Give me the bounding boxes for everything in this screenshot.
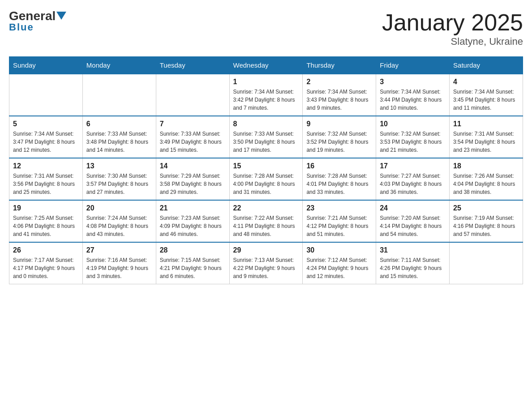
table-row: 3Sunrise: 7:34 AM Sunset: 3:44 PM Daylig… (376, 74, 450, 116)
calendar-week-row: 12Sunrise: 7:31 AM Sunset: 3:56 PM Dayli… (9, 158, 523, 200)
day-info: Sunrise: 7:32 AM Sunset: 3:52 PM Dayligh… (306, 130, 372, 154)
day-info: Sunrise: 7:17 AM Sunset: 4:17 PM Dayligh… (13, 256, 79, 280)
day-info: Sunrise: 7:19 AM Sunset: 4:16 PM Dayligh… (453, 214, 519, 238)
table-row: 28Sunrise: 7:15 AM Sunset: 4:21 PM Dayli… (156, 242, 229, 284)
day-info: Sunrise: 7:31 AM Sunset: 3:56 PM Dayligh… (13, 172, 79, 196)
table-row: 17Sunrise: 7:27 AM Sunset: 4:03 PM Dayli… (376, 158, 450, 200)
header-tuesday: Tuesday (156, 57, 229, 74)
table-row (9, 74, 83, 116)
day-info: Sunrise: 7:34 AM Sunset: 3:42 PM Dayligh… (233, 88, 299, 112)
header-monday: Monday (82, 57, 156, 74)
day-number: 3 (380, 78, 446, 86)
header-thursday: Thursday (303, 57, 376, 74)
day-info: Sunrise: 7:30 AM Sunset: 3:57 PM Dayligh… (86, 172, 152, 196)
location-label: Slatyne, Ukraine (382, 36, 523, 47)
day-number: 8 (233, 120, 299, 128)
month-title: January 2025 (382, 9, 523, 36)
day-number: 6 (86, 120, 152, 128)
table-row: 29Sunrise: 7:13 AM Sunset: 4:22 PM Dayli… (229, 242, 303, 284)
day-info: Sunrise: 7:24 AM Sunset: 4:08 PM Dayligh… (86, 214, 152, 238)
day-number: 18 (453, 162, 519, 170)
calendar-week-row: 26Sunrise: 7:17 AM Sunset: 4:17 PM Dayli… (9, 242, 523, 284)
day-number: 20 (86, 204, 152, 212)
table-row: 14Sunrise: 7:29 AM Sunset: 3:58 PM Dayli… (156, 158, 229, 200)
table-row: 20Sunrise: 7:24 AM Sunset: 4:08 PM Dayli… (82, 200, 156, 242)
day-info: Sunrise: 7:26 AM Sunset: 4:04 PM Dayligh… (453, 172, 519, 196)
day-info: Sunrise: 7:33 AM Sunset: 3:48 PM Dayligh… (86, 130, 152, 154)
table-row: 22Sunrise: 7:22 AM Sunset: 4:11 PM Dayli… (229, 200, 303, 242)
svg-marker-0 (56, 12, 66, 20)
table-row: 5Sunrise: 7:34 AM Sunset: 3:47 PM Daylig… (9, 116, 83, 158)
table-row (450, 242, 523, 284)
table-row: 31Sunrise: 7:11 AM Sunset: 4:26 PM Dayli… (376, 242, 450, 284)
day-info: Sunrise: 7:33 AM Sunset: 3:50 PM Dayligh… (233, 130, 299, 154)
day-info: Sunrise: 7:16 AM Sunset: 4:19 PM Dayligh… (86, 256, 152, 280)
day-number: 26 (13, 246, 79, 254)
day-number: 5 (13, 120, 79, 128)
table-row: 19Sunrise: 7:25 AM Sunset: 4:06 PM Dayli… (9, 200, 83, 242)
day-number: 15 (233, 162, 299, 170)
day-info: Sunrise: 7:20 AM Sunset: 4:14 PM Dayligh… (380, 214, 446, 238)
table-row: 7Sunrise: 7:33 AM Sunset: 3:49 PM Daylig… (156, 116, 229, 158)
table-row: 30Sunrise: 7:12 AM Sunset: 4:24 PM Dayli… (303, 242, 376, 284)
table-row: 10Sunrise: 7:32 AM Sunset: 3:53 PM Dayli… (376, 116, 450, 158)
day-number: 17 (380, 162, 446, 170)
calendar-header-row: Sunday Monday Tuesday Wednesday Thursday… (9, 57, 523, 74)
table-row: 16Sunrise: 7:28 AM Sunset: 4:01 PM Dayli… (303, 158, 376, 200)
day-number: 19 (13, 204, 79, 212)
calendar-week-row: 19Sunrise: 7:25 AM Sunset: 4:06 PM Dayli… (9, 200, 523, 242)
day-number: 9 (306, 120, 372, 128)
day-number: 14 (160, 162, 226, 170)
day-info: Sunrise: 7:28 AM Sunset: 4:00 PM Dayligh… (233, 172, 299, 196)
day-number: 28 (160, 246, 226, 254)
day-number: 1 (233, 78, 299, 86)
header-saturday: Saturday (450, 57, 523, 74)
table-row: 8Sunrise: 7:33 AM Sunset: 3:50 PM Daylig… (229, 116, 303, 158)
calendar-week-row: 5Sunrise: 7:34 AM Sunset: 3:47 PM Daylig… (9, 116, 523, 158)
day-info: Sunrise: 7:11 AM Sunset: 4:26 PM Dayligh… (380, 256, 446, 280)
logo: General Blue (9, 9, 66, 33)
table-row: 9Sunrise: 7:32 AM Sunset: 3:52 PM Daylig… (303, 116, 376, 158)
day-number: 27 (86, 246, 152, 254)
day-info: Sunrise: 7:27 AM Sunset: 4:03 PM Dayligh… (380, 172, 446, 196)
table-row: 27Sunrise: 7:16 AM Sunset: 4:19 PM Dayli… (82, 242, 156, 284)
table-row (82, 74, 156, 116)
day-number: 11 (453, 120, 519, 128)
day-info: Sunrise: 7:25 AM Sunset: 4:06 PM Dayligh… (13, 214, 79, 238)
day-number: 21 (160, 204, 226, 212)
day-number: 24 (380, 204, 446, 212)
day-info: Sunrise: 7:12 AM Sunset: 4:24 PM Dayligh… (306, 256, 372, 280)
day-number: 23 (306, 204, 372, 212)
day-number: 25 (453, 204, 519, 212)
day-number: 4 (453, 78, 519, 86)
header-wednesday: Wednesday (229, 57, 303, 74)
day-info: Sunrise: 7:21 AM Sunset: 4:12 PM Dayligh… (306, 214, 372, 238)
page-header: General Blue January 2025 Slatyne, Ukrai… (9, 9, 523, 47)
day-number: 2 (306, 78, 372, 86)
day-info: Sunrise: 7:22 AM Sunset: 4:11 PM Dayligh… (233, 214, 299, 238)
day-info: Sunrise: 7:15 AM Sunset: 4:21 PM Dayligh… (160, 256, 226, 280)
day-info: Sunrise: 7:34 AM Sunset: 3:44 PM Dayligh… (380, 88, 446, 112)
table-row: 2Sunrise: 7:34 AM Sunset: 3:43 PM Daylig… (303, 74, 376, 116)
day-info: Sunrise: 7:13 AM Sunset: 4:22 PM Dayligh… (233, 256, 299, 280)
table-row: 12Sunrise: 7:31 AM Sunset: 3:56 PM Dayli… (9, 158, 83, 200)
table-row: 13Sunrise: 7:30 AM Sunset: 3:57 PM Dayli… (82, 158, 156, 200)
logo-blue-text: Blue (9, 21, 34, 33)
table-row: 23Sunrise: 7:21 AM Sunset: 4:12 PM Dayli… (303, 200, 376, 242)
day-info: Sunrise: 7:33 AM Sunset: 3:49 PM Dayligh… (160, 130, 226, 154)
table-row: 26Sunrise: 7:17 AM Sunset: 4:17 PM Dayli… (9, 242, 83, 284)
calendar-week-row: 1Sunrise: 7:34 AM Sunset: 3:42 PM Daylig… (9, 74, 523, 116)
day-info: Sunrise: 7:23 AM Sunset: 4:09 PM Dayligh… (160, 214, 226, 238)
day-info: Sunrise: 7:34 AM Sunset: 3:47 PM Dayligh… (13, 130, 79, 154)
day-number: 22 (233, 204, 299, 212)
day-number: 7 (160, 120, 226, 128)
table-row: 18Sunrise: 7:26 AM Sunset: 4:04 PM Dayli… (450, 158, 523, 200)
day-number: 10 (380, 120, 446, 128)
table-row (156, 74, 229, 116)
title-section: January 2025 Slatyne, Ukraine (382, 9, 523, 47)
day-info: Sunrise: 7:28 AM Sunset: 4:01 PM Dayligh… (306, 172, 372, 196)
table-row: 25Sunrise: 7:19 AM Sunset: 4:16 PM Dayli… (450, 200, 523, 242)
header-friday: Friday (376, 57, 450, 74)
day-info: Sunrise: 7:34 AM Sunset: 3:45 PM Dayligh… (453, 88, 519, 112)
table-row: 24Sunrise: 7:20 AM Sunset: 4:14 PM Dayli… (376, 200, 450, 242)
